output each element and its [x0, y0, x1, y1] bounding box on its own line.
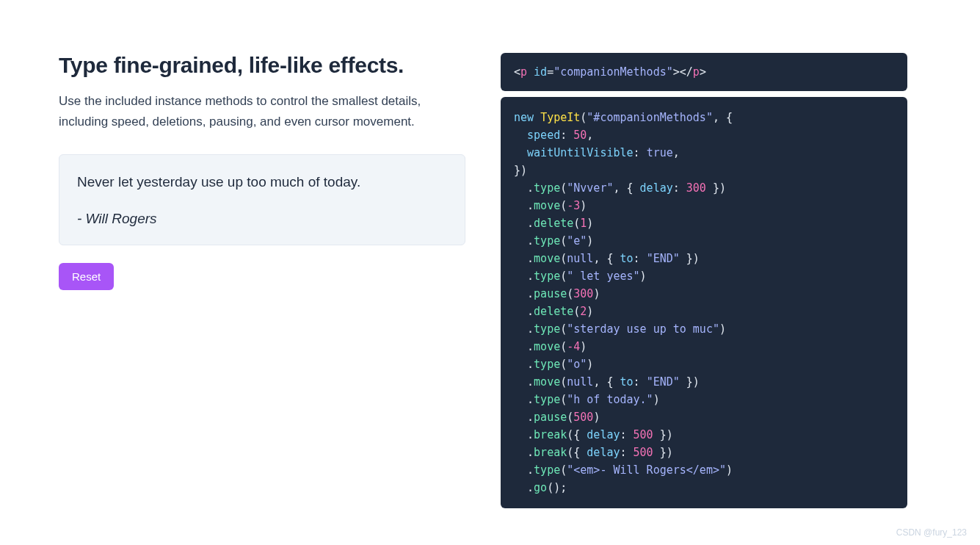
page-root: Type fine-grained, life-like effects. Us…: [0, 0, 980, 538]
section-heading: Type fine-grained, life-like effects.: [59, 53, 465, 78]
left-column: Type fine-grained, life-like effects. Us…: [59, 53, 465, 508]
section-subheading: Use the included instance methods to con…: [59, 91, 465, 132]
example-output-line-1: Never let yesterday use up too much of t…: [77, 174, 447, 190]
example-output-box: Never let yesterday use up too much of t…: [59, 154, 465, 245]
example-output-line-2: - Will Rogers: [77, 211, 447, 227]
code-snippet-js: new TypeIt("#companionMethods", { speed:…: [501, 97, 907, 508]
code-snippet-html: <p id="companionMethods"></p>: [501, 53, 907, 91]
watermark-text: CSDN @fury_123: [896, 527, 967, 538]
reset-button[interactable]: Reset: [59, 263, 114, 290]
right-column: <p id="companionMethods"></p> new TypeIt…: [501, 53, 907, 508]
